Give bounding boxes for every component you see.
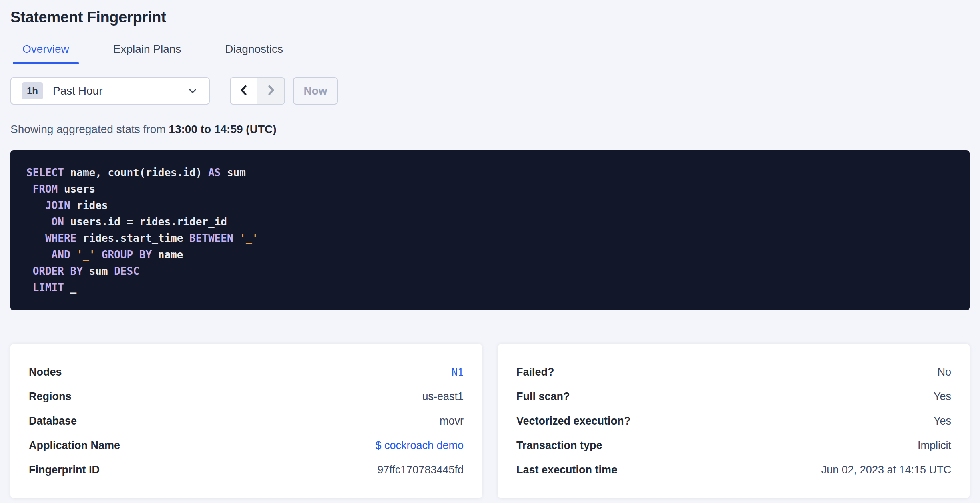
row-value: Yes xyxy=(934,415,951,427)
execution-attributes-card: Failed?NoFull scan?YesVectorized executi… xyxy=(498,344,970,498)
aggregation-interval-prefix: Showing aggregated stats from xyxy=(10,123,169,135)
table-row: Application Name$ cockroach demo xyxy=(29,433,464,458)
chevron-right-icon xyxy=(264,83,278,99)
table-row: Failed?No xyxy=(516,360,951,384)
row-value: 97ffc170783445fd xyxy=(377,464,464,476)
tab-explain-plans[interactable]: Explain Plans xyxy=(104,36,191,64)
row-label: Failed? xyxy=(516,366,554,378)
tab-overview[interactable]: Overview xyxy=(13,36,79,64)
page-header: Statement Fingerprint xyxy=(0,0,980,26)
sql-statement-box: SELECT name, count(rides.id) AS sum FROM… xyxy=(10,150,970,310)
table-row: Databasemovr xyxy=(29,409,464,433)
sql-line: ON users.id = rides.rider_id xyxy=(26,214,954,230)
table-row: Full scan?Yes xyxy=(516,384,951,409)
chevron-left-icon xyxy=(237,83,251,99)
row-label: Application Name xyxy=(29,439,120,452)
tab-diagnostics[interactable]: Diagnostics xyxy=(215,36,293,64)
aggregation-interval-range: 13:00 to 14:59 (UTC) xyxy=(169,123,276,135)
sql-line: SELECT name, count(rides.id) AS sum xyxy=(26,165,954,181)
sql-line: ORDER BY sum DESC xyxy=(26,263,954,280)
previous-time-range-button[interactable] xyxy=(231,78,257,104)
page-title: Statement Fingerprint xyxy=(10,9,968,26)
next-time-range-button[interactable] xyxy=(257,78,284,104)
table-row: Regionsus-east1 xyxy=(29,384,464,409)
row-label: Database xyxy=(29,415,77,427)
row-value-link[interactable]: N1 xyxy=(452,366,464,378)
table-row: Vectorized execution?Yes xyxy=(516,409,951,433)
sql-line: JOIN rides xyxy=(26,197,954,214)
row-label: Transaction type xyxy=(516,439,602,452)
sql-line: WHERE rides.start_time BETWEEN '_' xyxy=(26,230,954,247)
tab-bar: OverviewExplain PlansDiagnostics xyxy=(0,36,980,64)
sql-line: LIMIT _ xyxy=(26,280,954,296)
time-range-stepper xyxy=(230,77,285,105)
time-range-label: Past Hour xyxy=(53,85,103,97)
row-label: Vectorized execution? xyxy=(516,415,631,427)
aggregation-interval-text: Showing aggregated stats from 13:00 to 1… xyxy=(10,123,970,136)
summary-cards: NodesN1Regionsus-east1DatabasemovrApplic… xyxy=(10,344,970,498)
time-range-dropdown[interactable]: 1h Past Hour xyxy=(10,77,210,105)
sql-line: FROM users xyxy=(26,181,954,197)
row-value: movr xyxy=(440,415,464,427)
sql-statement: SELECT name, count(rides.id) AS sum FROM… xyxy=(26,165,954,296)
table-row: Fingerprint ID97ffc170783445fd xyxy=(29,458,464,482)
row-label: Full scan? xyxy=(516,390,570,403)
row-label: Nodes xyxy=(29,366,62,378)
time-range-badge: 1h xyxy=(22,82,43,99)
row-label: Regions xyxy=(29,390,72,403)
row-value-link[interactable]: $ cockroach demo xyxy=(375,439,464,452)
row-label: Fingerprint ID xyxy=(29,464,100,476)
row-value: us-east1 xyxy=(422,390,464,403)
row-value: Jun 02, 2023 at 14:15 UTC xyxy=(821,464,951,476)
row-value: Yes xyxy=(934,390,951,403)
row-label: Last execution time xyxy=(516,464,617,476)
time-controls: 1h Past Hour Now xyxy=(10,77,970,105)
row-value: Implicit xyxy=(918,439,951,452)
chevron-down-icon xyxy=(187,85,199,97)
table-row: Last execution timeJun 02, 2023 at 14:15… xyxy=(516,458,951,482)
statement-details-card: NodesN1Regionsus-east1DatabasemovrApplic… xyxy=(10,344,482,498)
table-row: NodesN1 xyxy=(29,360,464,384)
row-value: No xyxy=(937,366,951,378)
now-button[interactable]: Now xyxy=(293,77,338,105)
table-row: Transaction typeImplicit xyxy=(516,433,951,458)
sql-line: AND '_' GROUP BY name xyxy=(26,247,954,263)
